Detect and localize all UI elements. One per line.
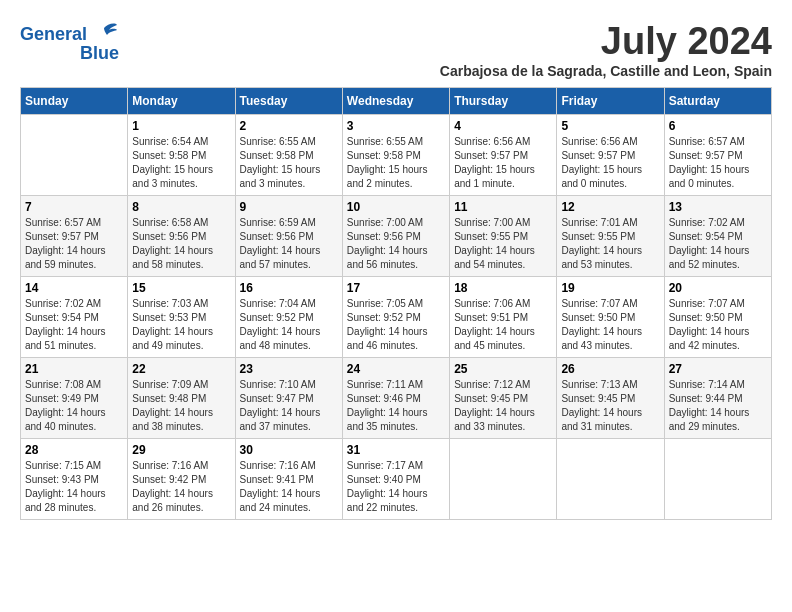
day-number: 24: [347, 362, 445, 376]
calendar-cell: 10Sunrise: 7:00 AM Sunset: 9:56 PM Dayli…: [342, 196, 449, 277]
calendar-cell: 11Sunrise: 7:00 AM Sunset: 9:55 PM Dayli…: [450, 196, 557, 277]
day-info: Sunrise: 7:06 AM Sunset: 9:51 PM Dayligh…: [454, 297, 552, 353]
day-info: Sunrise: 7:14 AM Sunset: 9:44 PM Dayligh…: [669, 378, 767, 434]
day-number: 10: [347, 200, 445, 214]
day-info: Sunrise: 7:09 AM Sunset: 9:48 PM Dayligh…: [132, 378, 230, 434]
day-info: Sunrise: 7:01 AM Sunset: 9:55 PM Dayligh…: [561, 216, 659, 272]
calendar-body: 1Sunrise: 6:54 AM Sunset: 9:58 PM Daylig…: [21, 115, 772, 520]
calendar-cell: 27Sunrise: 7:14 AM Sunset: 9:44 PM Dayli…: [664, 358, 771, 439]
day-info: Sunrise: 6:59 AM Sunset: 9:56 PM Dayligh…: [240, 216, 338, 272]
day-number: 16: [240, 281, 338, 295]
day-number: 23: [240, 362, 338, 376]
day-number: 15: [132, 281, 230, 295]
day-info: Sunrise: 6:55 AM Sunset: 9:58 PM Dayligh…: [240, 135, 338, 191]
day-number: 7: [25, 200, 123, 214]
calendar-cell: 18Sunrise: 7:06 AM Sunset: 9:51 PM Dayli…: [450, 277, 557, 358]
calendar-cell: [21, 115, 128, 196]
calendar-cell: 14Sunrise: 7:02 AM Sunset: 9:54 PM Dayli…: [21, 277, 128, 358]
calendar-cell: 19Sunrise: 7:07 AM Sunset: 9:50 PM Dayli…: [557, 277, 664, 358]
day-info: Sunrise: 7:07 AM Sunset: 9:50 PM Dayligh…: [669, 297, 767, 353]
day-number: 22: [132, 362, 230, 376]
day-info: Sunrise: 7:17 AM Sunset: 9:40 PM Dayligh…: [347, 459, 445, 515]
day-info: Sunrise: 7:04 AM Sunset: 9:52 PM Dayligh…: [240, 297, 338, 353]
logo-text: General: [20, 25, 87, 45]
calendar-cell: 23Sunrise: 7:10 AM Sunset: 9:47 PM Dayli…: [235, 358, 342, 439]
day-info: Sunrise: 6:55 AM Sunset: 9:58 PM Dayligh…: [347, 135, 445, 191]
calendar-week: 1Sunrise: 6:54 AM Sunset: 9:58 PM Daylig…: [21, 115, 772, 196]
day-number: 14: [25, 281, 123, 295]
month-title: July 2024: [440, 20, 772, 63]
day-number: 30: [240, 443, 338, 457]
day-header: Friday: [557, 88, 664, 115]
calendar-cell: 12Sunrise: 7:01 AM Sunset: 9:55 PM Dayli…: [557, 196, 664, 277]
calendar-cell: [450, 439, 557, 520]
day-number: 8: [132, 200, 230, 214]
day-number: 19: [561, 281, 659, 295]
day-number: 2: [240, 119, 338, 133]
day-info: Sunrise: 7:03 AM Sunset: 9:53 PM Dayligh…: [132, 297, 230, 353]
calendar-cell: 26Sunrise: 7:13 AM Sunset: 9:45 PM Dayli…: [557, 358, 664, 439]
day-number: 18: [454, 281, 552, 295]
day-number: 20: [669, 281, 767, 295]
calendar-cell: 9Sunrise: 6:59 AM Sunset: 9:56 PM Daylig…: [235, 196, 342, 277]
day-info: Sunrise: 7:02 AM Sunset: 9:54 PM Dayligh…: [25, 297, 123, 353]
day-info: Sunrise: 7:02 AM Sunset: 9:54 PM Dayligh…: [669, 216, 767, 272]
day-number: 12: [561, 200, 659, 214]
calendar-header: SundayMondayTuesdayWednesdayThursdayFrid…: [21, 88, 772, 115]
day-number: 29: [132, 443, 230, 457]
calendar-cell: 6Sunrise: 6:57 AM Sunset: 9:57 PM Daylig…: [664, 115, 771, 196]
day-info: Sunrise: 7:12 AM Sunset: 9:45 PM Dayligh…: [454, 378, 552, 434]
calendar-cell: 3Sunrise: 6:55 AM Sunset: 9:58 PM Daylig…: [342, 115, 449, 196]
day-info: Sunrise: 7:00 AM Sunset: 9:55 PM Dayligh…: [454, 216, 552, 272]
day-info: Sunrise: 7:16 AM Sunset: 9:42 PM Dayligh…: [132, 459, 230, 515]
day-info: Sunrise: 6:54 AM Sunset: 9:58 PM Dayligh…: [132, 135, 230, 191]
day-number: 13: [669, 200, 767, 214]
calendar-cell: 29Sunrise: 7:16 AM Sunset: 9:42 PM Dayli…: [128, 439, 235, 520]
day-number: 9: [240, 200, 338, 214]
calendar-cell: 5Sunrise: 6:56 AM Sunset: 9:57 PM Daylig…: [557, 115, 664, 196]
logo: General Blue: [20, 20, 119, 64]
day-number: 11: [454, 200, 552, 214]
day-info: Sunrise: 7:13 AM Sunset: 9:45 PM Dayligh…: [561, 378, 659, 434]
calendar-cell: 13Sunrise: 7:02 AM Sunset: 9:54 PM Dayli…: [664, 196, 771, 277]
day-info: Sunrise: 6:57 AM Sunset: 9:57 PM Dayligh…: [25, 216, 123, 272]
day-info: Sunrise: 7:15 AM Sunset: 9:43 PM Dayligh…: [25, 459, 123, 515]
day-header: Monday: [128, 88, 235, 115]
calendar-cell: 20Sunrise: 7:07 AM Sunset: 9:50 PM Dayli…: [664, 277, 771, 358]
logo-text2: Blue: [80, 44, 119, 64]
calendar-cell: 7Sunrise: 6:57 AM Sunset: 9:57 PM Daylig…: [21, 196, 128, 277]
calendar-cell: 17Sunrise: 7:05 AM Sunset: 9:52 PM Dayli…: [342, 277, 449, 358]
day-header: Sunday: [21, 88, 128, 115]
calendar-cell: 31Sunrise: 7:17 AM Sunset: 9:40 PM Dayli…: [342, 439, 449, 520]
calendar-cell: [557, 439, 664, 520]
calendar-cell: 16Sunrise: 7:04 AM Sunset: 9:52 PM Dayli…: [235, 277, 342, 358]
title-area: July 2024 Carbajosa de la Sagrada, Casti…: [440, 20, 772, 79]
day-number: 31: [347, 443, 445, 457]
day-number: 26: [561, 362, 659, 376]
calendar-week: 21Sunrise: 7:08 AM Sunset: 9:49 PM Dayli…: [21, 358, 772, 439]
calendar-cell: 1Sunrise: 6:54 AM Sunset: 9:58 PM Daylig…: [128, 115, 235, 196]
calendar-cell: 30Sunrise: 7:16 AM Sunset: 9:41 PM Dayli…: [235, 439, 342, 520]
calendar-cell: 28Sunrise: 7:15 AM Sunset: 9:43 PM Dayli…: [21, 439, 128, 520]
day-number: 28: [25, 443, 123, 457]
day-header: Wednesday: [342, 88, 449, 115]
day-info: Sunrise: 6:58 AM Sunset: 9:56 PM Dayligh…: [132, 216, 230, 272]
day-info: Sunrise: 6:57 AM Sunset: 9:57 PM Dayligh…: [669, 135, 767, 191]
day-number: 27: [669, 362, 767, 376]
day-info: Sunrise: 7:10 AM Sunset: 9:47 PM Dayligh…: [240, 378, 338, 434]
day-number: 6: [669, 119, 767, 133]
page-header: General Blue July 2024 Carbajosa de la S…: [20, 20, 772, 79]
day-info: Sunrise: 7:11 AM Sunset: 9:46 PM Dayligh…: [347, 378, 445, 434]
calendar-week: 14Sunrise: 7:02 AM Sunset: 9:54 PM Dayli…: [21, 277, 772, 358]
day-number: 4: [454, 119, 552, 133]
day-info: Sunrise: 6:56 AM Sunset: 9:57 PM Dayligh…: [561, 135, 659, 191]
calendar-cell: 25Sunrise: 7:12 AM Sunset: 9:45 PM Dayli…: [450, 358, 557, 439]
day-header: Tuesday: [235, 88, 342, 115]
day-info: Sunrise: 7:07 AM Sunset: 9:50 PM Dayligh…: [561, 297, 659, 353]
day-info: Sunrise: 6:56 AM Sunset: 9:57 PM Dayligh…: [454, 135, 552, 191]
day-info: Sunrise: 7:16 AM Sunset: 9:41 PM Dayligh…: [240, 459, 338, 515]
calendar-cell: 8Sunrise: 6:58 AM Sunset: 9:56 PM Daylig…: [128, 196, 235, 277]
day-number: 25: [454, 362, 552, 376]
day-info: Sunrise: 7:05 AM Sunset: 9:52 PM Dayligh…: [347, 297, 445, 353]
calendar-week: 7Sunrise: 6:57 AM Sunset: 9:57 PM Daylig…: [21, 196, 772, 277]
